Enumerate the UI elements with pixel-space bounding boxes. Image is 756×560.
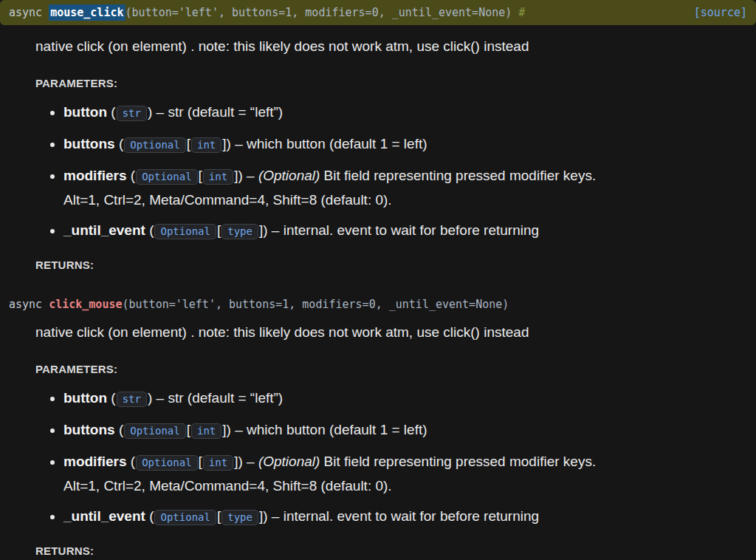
paren-open: ( [111, 390, 115, 406]
function-description: native click (on element) . note: this l… [35, 36, 749, 57]
headerlink-anchor[interactable]: # [518, 6, 525, 19]
function-signature-mouse-click: asyncmouse_click(button='left', buttons=… [0, 0, 756, 25]
type-link-int[interactable]: int [191, 423, 221, 439]
parameter-item-modifiers: modifiers (Optional[int]) – (Optional) B… [63, 164, 749, 211]
type-link-int[interactable]: int [203, 455, 233, 471]
paren-close: ) [227, 422, 231, 437]
dash: – [157, 390, 165, 406]
signature-function-name: mouse_click [49, 4, 125, 21]
type-link-type[interactable]: type [221, 510, 258, 525]
dash: – [272, 222, 280, 238]
bracket-open: [ [187, 136, 190, 151]
paren-open: ( [149, 222, 154, 238]
parameter-name: _until_event [63, 508, 145, 524]
parameter-description: which button (default 1 = left) [247, 136, 427, 151]
signature-async-keyword: async [9, 298, 42, 311]
function-block-click-mouse: asyncclick_mouse(button='left', buttons=… [0, 298, 756, 557]
parameter-name: modifiers [63, 454, 127, 469]
bracket-open: [ [217, 508, 221, 524]
parameter-description: internal. event to wait for before retur… [284, 508, 539, 524]
parameter-name: buttons [63, 422, 115, 437]
paren-close: ) [263, 508, 267, 524]
bracket-open: [ [199, 168, 202, 183]
dash: – [247, 454, 255, 469]
dash: – [235, 136, 243, 151]
type-link-optional[interactable]: Optional [136, 169, 197, 185]
paren-open: ( [111, 104, 115, 120]
dash: – [235, 422, 243, 437]
function-signature-click-mouse: asyncclick_mouse(button='left', buttons=… [0, 298, 756, 311]
paren-open: ( [119, 136, 123, 151]
type-link-type[interactable]: type [221, 224, 258, 239]
paren-open: ( [149, 508, 154, 524]
paren-close: ) [148, 390, 152, 406]
signature-async-keyword: async [9, 6, 42, 19]
dash: – [272, 508, 280, 524]
function-block-mouse-click: asyncmouse_click(button='left', buttons=… [0, 0, 756, 271]
paren-open: ( [131, 454, 135, 469]
function-body: native click (on element) . note: this l… [35, 36, 749, 271]
parameter-name: _until_event [63, 222, 145, 238]
parameter-description-line2: Alt=1, Ctrl=2, Meta/Command=4, Shift=8 (… [63, 192, 392, 208]
parameter-item-button: button (str) – str (default = “left”) [63, 100, 749, 125]
parameter-description: str (default = “left”) [168, 104, 283, 120]
parameter-name: button [63, 104, 107, 120]
optional-italic: (Optional) [258, 454, 320, 469]
type-link-int[interactable]: int [191, 137, 221, 153]
signature-parameters: (button='left', buttons=1, modifiers=0, … [123, 298, 509, 311]
parameter-item-buttons: buttons (Optional[int]) – which button (… [63, 132, 749, 157]
signature-parameters: (button='left', buttons=1, modifiers=0, … [126, 6, 512, 19]
optional-italic: (Optional) [258, 168, 320, 183]
bracket-open: [ [187, 422, 190, 437]
parameters-list: button (str) – str (default = “left”) bu… [35, 386, 749, 529]
parameter-description: Bit field representing pressed modifier … [324, 454, 597, 469]
parameter-name: modifiers [63, 168, 127, 183]
returns-label: RETURNS: [35, 544, 749, 557]
signature-function-name: click_mouse [49, 298, 122, 311]
type-link-optional[interactable]: Optional [124, 137, 185, 153]
parameter-item-modifiers: modifiers (Optional[int]) – (Optional) B… [63, 450, 749, 497]
parameter-item-buttons: buttons (Optional[int]) – which button (… [63, 418, 749, 443]
parameter-item-button: button (str) – str (default = “left”) [63, 386, 749, 411]
dash: – [157, 104, 165, 120]
type-link-optional[interactable]: Optional [154, 224, 216, 239]
parameters-label: PARAMETERS: [35, 77, 749, 89]
paren-close: ) [238, 454, 242, 469]
parameters-list: button (str) – str (default = “left”) bu… [35, 100, 749, 243]
parameters-label: PARAMETERS: [35, 363, 749, 375]
parameter-description: str (default = “left”) [168, 390, 283, 406]
dash: – [247, 168, 255, 183]
paren-close: ) [227, 136, 231, 151]
paren-open: ( [119, 422, 123, 437]
bracket-open: [ [199, 454, 202, 469]
parameter-description: internal. event to wait for before retur… [284, 222, 539, 238]
parameter-item-until-event: _until_event (Optional[type]) – internal… [63, 219, 749, 243]
source-link[interactable]: [source] [694, 6, 747, 19]
paren-close: ) [263, 222, 267, 238]
paren-open: ( [131, 168, 135, 183]
type-link-optional[interactable]: Optional [136, 455, 197, 471]
parameter-item-until-event: _until_event (Optional[type]) – internal… [63, 505, 749, 529]
returns-label: RETURNS: [35, 259, 749, 271]
paren-close: ) [238, 168, 242, 183]
function-body: native click (on element) . note: this l… [35, 322, 749, 557]
bracket-open: [ [217, 222, 221, 238]
type-link-optional[interactable]: Optional [124, 423, 185, 439]
parameter-description-line2: Alt=1, Ctrl=2, Meta/Command=4, Shift=8 (… [63, 478, 392, 494]
function-description: native click (on element) . note: this l… [35, 322, 749, 343]
parameter-name: button [63, 390, 107, 406]
type-link-int[interactable]: int [203, 169, 233, 185]
type-link-str[interactable]: str [117, 392, 147, 407]
parameter-description: Bit field representing pressed modifier … [324, 168, 597, 183]
parameter-name: buttons [63, 136, 115, 151]
type-link-optional[interactable]: Optional [154, 510, 216, 525]
type-link-str[interactable]: str [117, 106, 147, 121]
paren-close: ) [148, 104, 152, 120]
parameter-description: which button (default 1 = left) [247, 422, 427, 437]
